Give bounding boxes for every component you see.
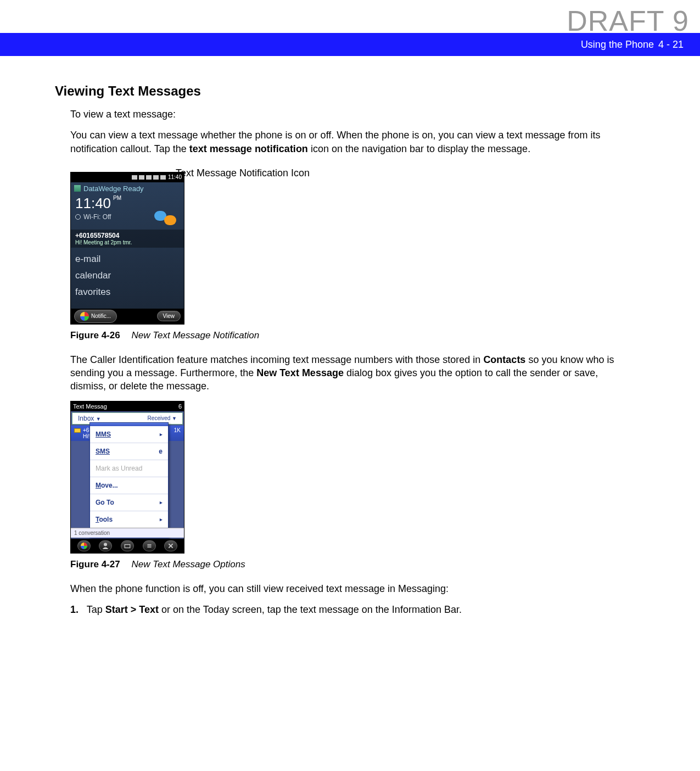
wifi-icon [75,214,81,220]
submenu-arrow-icon-2: ▸ [160,500,163,505]
step1-a: Tap [87,604,105,615]
menu-mms[interactable]: MMS ▸ [90,426,168,443]
keyboard-button[interactable] [121,540,134,551]
goto-label: Go To [96,499,114,506]
datawedge-icon [74,185,81,192]
speech-bubbles-icon [154,211,176,227]
submenu-arrow-icon-3: ▸ [160,517,163,522]
step1-bold: Start > Text [105,604,159,615]
content-area: Viewing Text Messages To view a text mes… [0,56,700,635]
delete-suffix: e [159,448,163,455]
app-title: Text Messag [73,403,107,410]
sim-icon [132,175,137,180]
svg-rect-1 [125,544,130,547]
status-bar: 11:40 [71,172,184,182]
signal-icon [139,175,144,180]
step-1-num: 1. [70,604,79,615]
paragraph-1: You can view a text message whether the … [70,128,634,155]
fig2-title: New Text Message Options [131,559,245,569]
p1-b: icon on the navigation bar to display th… [308,143,530,154]
tools-label-rest: ools [99,516,113,523]
paragraph-2: The Caller Identification feature matche… [70,353,634,393]
section-heading: Viewing Text Messages [55,83,634,99]
menu-sms[interactable]: SMS e [90,443,168,460]
datawedge-label: DataWedge Ready [83,185,144,193]
conversation-count: 1 conversation [71,528,184,538]
row-size: 1K [174,427,181,433]
title-time-suffix: 6 [178,403,182,410]
inbox-label: Inbox [78,415,94,422]
mms-label: MMS [96,431,111,438]
screenshot-2: Text Messag 6 Inbox ▼ Received ▼ +6016 H… [70,401,184,554]
figure-1-caption: Figure 4-26 New Text Message Notificatio… [70,330,634,341]
mark-label: Mark as Unread [96,465,142,472]
menu-move[interactable]: Move... [90,477,168,494]
menu-icon [146,543,153,549]
windows-logo-icon [80,312,89,321]
soft-right-button[interactable]: View [157,311,181,321]
home-clock: 11:40PM [71,195,184,212]
watermark: DRAFT 9 [567,4,689,37]
keyboard-icon [124,543,131,549]
close-button[interactable] [164,540,177,551]
fig2-num: Figure 4-27 [70,559,120,569]
fig1-num: Figure 4-26 [70,330,120,340]
wifi-label: Wi-Fi: Off [83,213,111,221]
menu-button[interactable] [143,540,156,551]
intro-line: To view a text message: [70,108,634,121]
sort-arrow-icon: ▼ [172,416,177,421]
chapter-title: Using the Phone [581,39,654,51]
screenshot-1: 11:40 DataWedge Ready 11:40PM Wi-Fi: Off… [70,172,184,325]
message-banner[interactable]: +60165578504 Hi! Meeting at 2pm tmr. [71,230,184,248]
soft-left-button[interactable]: Notific... [74,310,117,323]
contacts-button[interactable] [99,540,112,551]
fig1-title: New Text Message Notification [131,330,259,340]
person-icon [102,543,109,549]
home-menu-list: e-mail calendar favorites [71,251,184,300]
figure-2-caption: Figure 4-27 New Text Message Options [70,559,634,570]
volume-icon [153,175,159,180]
sms-label: SMS [96,448,110,455]
menu-favorites[interactable]: favorites [71,284,184,300]
menu-calendar[interactable]: calendar [71,267,184,284]
p1-bold: text message notification [189,143,308,154]
battery-icon [160,175,166,180]
message-preview: Hi! Meeting at 2pm tmr. [75,239,180,245]
soft-right-label: View [163,313,175,319]
envelope-icon [74,428,81,433]
page-number: 4 - 21 [658,39,684,51]
p2-bold2: New Text Message [256,367,344,378]
p2-bold1: Contacts [483,354,525,365]
step-1: 1. Tap Start > Text or on the Today scre… [70,603,634,616]
windows-logo-icon-2 [81,543,87,549]
dropdown-arrow-icon: ▼ [96,416,101,422]
svg-point-0 [104,543,107,546]
clock-time: 11:40 [75,195,111,211]
title-bar-2: Text Messag 6 [71,401,184,411]
menu-email[interactable]: e-mail [71,251,184,267]
step1-b: or on the Today screen, tap the text mes… [159,604,462,615]
context-menu-popup: MMS ▸ SMS e Mark as Unread Move... Go To… [89,422,169,538]
soft-left-label: Notific... [91,313,111,319]
bubble-orange-icon [164,215,176,225]
submenu-arrow-icon: ▸ [160,432,163,437]
status-time: 11:40 [168,174,182,180]
sender-number: +60165578504 [75,232,180,239]
figure-1-wrap: Text Message Notification Icon 11:40 Dat… [70,172,634,325]
paragraph-3: When the phone function is off, you can … [70,582,634,595]
close-icon [167,543,174,549]
clock-ampm: PM [113,195,121,201]
menu-tools[interactable]: Tools ▸ [90,511,168,528]
soft-key-bar: Notific... View [71,309,184,324]
datawedge-row: DataWedge Ready [71,182,184,195]
start-button[interactable] [77,540,91,551]
bottom-toolbar [71,539,184,553]
antenna-icon [146,175,152,180]
p2-a: The Caller Identification feature matche… [70,354,483,365]
status-icons [132,175,166,180]
callout-label: Text Message Notification Icon [176,167,310,179]
menu-goto[interactable]: Go To ▸ [90,494,168,511]
menu-mark-unread: Mark as Unread [90,460,168,477]
received-label: Received [148,415,171,421]
move-label-rest: ove... [101,482,118,489]
